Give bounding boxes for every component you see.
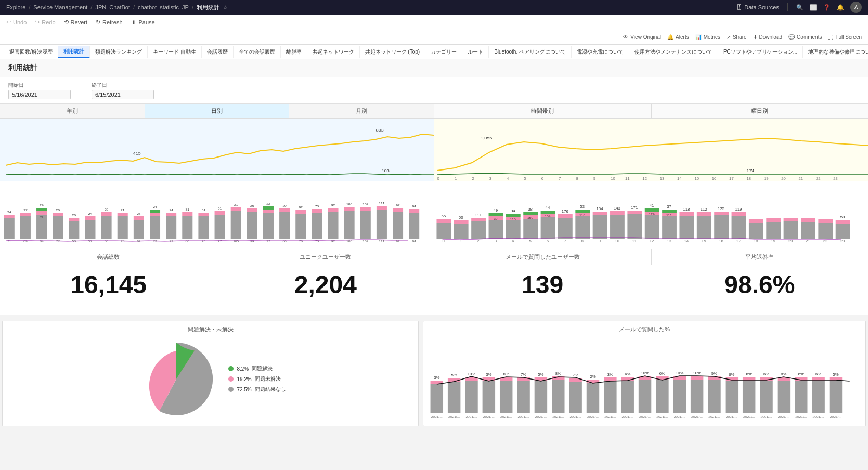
view-original-button[interactable]: 👁 View Original [623,34,661,40]
svg-rect-290 [639,380,651,413]
nav-tab-15[interactable]: 地理的な整備や修理について [803,46,868,58]
svg-text:94: 94 [412,204,416,208]
svg-text:31: 31 [186,207,190,211]
chart-tab-monthly[interactable]: 月別 [289,104,434,118]
svg-rect-286 [621,381,634,413]
nav-tab-0[interactable]: 退官回数/解決履歴 [4,46,58,58]
svg-rect-211 [697,216,711,239]
svg-rect-203 [662,210,677,213]
svg-rect-226 [766,222,781,239]
svg-rect-146 [471,218,486,221]
help-icon[interactable]: ❓ [823,4,831,11]
svg-rect-212 [697,212,711,216]
svg-rect-87 [328,212,339,239]
fullscreen-button[interactable]: ⛶ Full Screen [828,34,862,40]
svg-rect-25 [85,220,95,239]
svg-rect-229 [784,221,798,239]
search-icon[interactable]: 🔍 [796,4,804,11]
fullscreen-label: Full Screen [835,34,862,40]
legend-no-result-text: 問題結果なし [255,386,286,393]
svg-rect-254 [483,381,495,413]
svg-text:18: 18 [746,176,751,181]
undo-button[interactable]: ↩ Undo [6,19,27,25]
svg-text:5: 5 [524,176,526,181]
share-icon[interactable]: ⬜ [810,4,817,11]
breadcrumb-chatbot[interactable]: JPN_ChatBot [95,4,130,10]
nav-tab-12[interactable]: 電源や充電について [572,46,629,58]
user-avatar[interactable]: A [850,2,862,13]
svg-text:8%: 8% [781,372,787,376]
comments-label: Comments [797,34,822,40]
refresh-button[interactable]: ↻ Refresh [96,19,123,25]
svg-text:17: 17 [729,176,734,181]
redo-button[interactable]: ↪ Redo [35,19,55,25]
svg-rect-99 [377,210,387,239]
star-icon[interactable]: ☆ [223,4,228,11]
nav-tab-10[interactable]: ルート [462,46,489,58]
nav-tab-14[interactable]: PCソフトやアプリケーション... [718,46,803,58]
svg-rect-224 [749,219,763,223]
svg-text:2: 2 [472,176,474,181]
svg-text:10%: 10% [676,371,684,375]
start-date-label: 開始日 [8,82,71,89]
nav-tab-1[interactable]: 利用統計 [58,46,90,58]
svg-rect-192 [627,211,642,214]
svg-rect-238 [836,224,850,239]
nav-tab-8[interactable]: 共起ネットワーク (Top) [360,46,426,58]
svg-text:8%: 8% [503,372,510,376]
svg-rect-103 [393,212,403,239]
kpi-conversations-value-container: 16,145 [0,270,217,299]
breadcrumb-explore[interactable]: Explore [6,4,25,10]
data-sources-button[interactable]: 🗄 Data Sources [736,4,779,10]
legend-resolved-dot [228,366,234,371]
nav-tab-2[interactable]: 類題解決ランキング [90,46,148,58]
svg-text:143: 143 [614,206,620,211]
svg-rect-266 [535,381,547,413]
chart-tab-daily[interactable]: 日別 [145,104,289,118]
breadcrumb-service[interactable]: Service Management [33,4,87,10]
svg-rect-88 [328,208,339,212]
svg-rect-108 [409,209,419,213]
notification-icon[interactable]: 🔔 [837,4,844,11]
metrics-button[interactable]: 📊 Metrics [695,34,720,40]
nav-tab-9[interactable]: カテゴリー [425,46,462,58]
svg-text:26: 26 [250,204,254,207]
breadcrumb-statistic[interactable]: chatbot_statistic_JP [138,4,189,10]
svg-text:77: 77 [218,239,222,243]
svg-text:7%: 7% [521,372,527,377]
svg-text:5%: 5% [538,372,544,377]
download-button[interactable]: ⬇ Download [753,34,782,40]
nav-tab-4[interactable]: 会話履歴 [202,46,234,58]
nav-tab-6[interactable]: 離脱率 [281,46,307,58]
nav-tab-3[interactable]: キーワード 自動生 [148,46,202,58]
end-date-input[interactable]: 6/15/2021 [92,90,154,99]
nav-tab-5[interactable]: 全ての会話履歴 [234,46,281,58]
svg-rect-294 [656,380,668,413]
nav-tab-11[interactable]: Bluetooth. ペアリングについて [489,46,572,58]
svg-text:115: 115 [510,217,516,221]
svg-rect-326 [795,381,807,413]
chart-tab-yearly[interactable]: 年別 [0,104,145,118]
svg-text:13: 13 [660,176,665,181]
svg-text:2021/...: 2021/... [431,415,443,419]
revert-button[interactable]: ⟲ Revert [64,19,87,25]
svg-text:59: 59 [840,215,845,219]
share-button[interactable]: ↗ Share [727,34,747,40]
svg-rect-95 [360,211,371,239]
svg-rect-173 [558,218,573,239]
nav-tab-7[interactable]: 共起ネットワーク [307,46,360,58]
breadcrumb-current: 利用統計 [197,4,219,11]
svg-rect-174 [558,214,573,218]
svg-text:24: 24 [153,205,157,208]
svg-rect-72 [263,206,274,210]
svg-rect-233 [801,218,815,222]
svg-rect-201 [662,216,677,239]
svg-text:6: 6 [547,239,549,243]
start-date-input[interactable]: 5/16/2021 [8,90,71,99]
comments-button[interactable]: 💬 Comments [788,34,822,40]
pause-button[interactable]: ⏸ Pause [131,19,155,25]
svg-rect-163 [523,212,538,215]
nav-tab-13[interactable]: 使用方法やメンテナンスについて [629,46,718,58]
alerts-button[interactable]: 🔔 Alerts [667,34,689,40]
pie-chart-title: 問題解決・未解決 [7,325,414,333]
